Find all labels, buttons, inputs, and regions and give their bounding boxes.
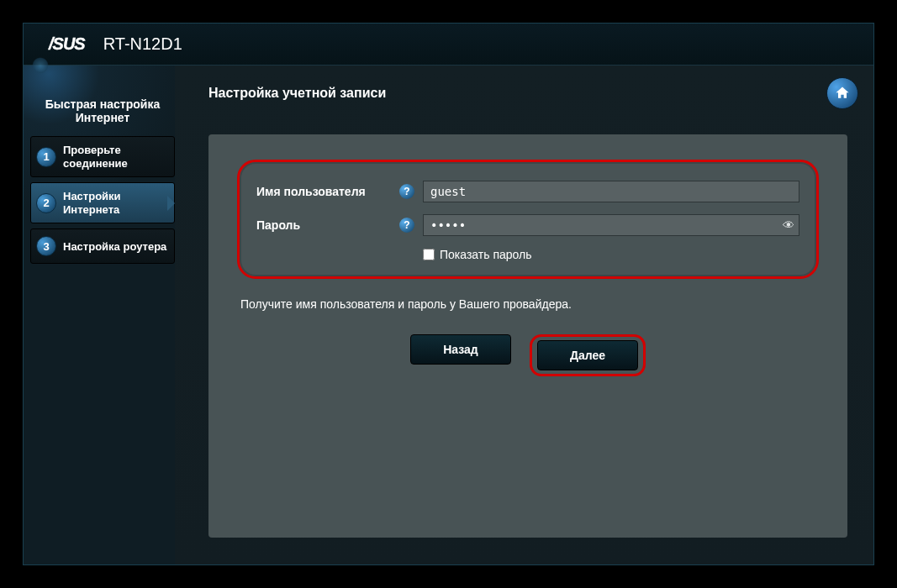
step-number-icon: 1 (36, 147, 56, 167)
model-name: RT-N12D1 (103, 34, 182, 54)
step-number-icon: 3 (36, 236, 56, 256)
provider-hint: Получите имя пользователя и пароль у Ваш… (240, 297, 819, 311)
back-button[interactable]: Назад (410, 334, 511, 365)
header: /SUS RT-N12D1 (24, 24, 873, 66)
help-icon[interactable]: ? (399, 218, 414, 233)
page-title: Настройка учетной записи (208, 86, 853, 101)
show-password-label: Показать пароль (440, 248, 532, 261)
brand-logo: /SUS (49, 34, 85, 54)
password-label: Пароль (256, 218, 399, 232)
help-icon[interactable]: ? (399, 184, 414, 199)
username-label: Имя пользователя (256, 185, 399, 198)
step-label: Настройки Интернета (63, 190, 169, 216)
content-panel: Имя пользователя ? Пароль ? 👁 (208, 134, 847, 538)
next-button-highlight: Далее (530, 334, 646, 376)
qis-title: Быстрая настройка Интернет (30, 92, 175, 136)
home-button[interactable] (826, 77, 858, 109)
password-input[interactable] (423, 214, 799, 236)
button-row: Назад Далее (237, 334, 819, 376)
username-input[interactable] (423, 181, 799, 202)
app-frame: /SUS RT-N12D1 Быстрая настройка Интернет… (23, 23, 874, 565)
step-2-internet-settings[interactable]: 2 Настройки Интернета (30, 182, 175, 223)
step-label: Проверьте соединение (63, 144, 169, 170)
next-button[interactable]: Далее (537, 340, 638, 370)
step-3-router-setup[interactable]: 3 Настройка роутера (30, 228, 175, 264)
sidebar: Быстрая настройка Интернет 1 Проверьте с… (24, 66, 175, 564)
home-icon (834, 85, 851, 102)
step-label: Настройка роутера (63, 240, 166, 254)
show-password-checkbox[interactable] (423, 249, 435, 260)
step-number-icon: 2 (36, 193, 56, 213)
credentials-form-highlight: Имя пользователя ? Пароль ? 👁 (237, 160, 819, 279)
show-password-eye-icon[interactable]: 👁 (783, 218, 794, 232)
main-area: Настройка учетной записи Имя пользовател… (175, 66, 873, 564)
step-1-check-connection[interactable]: 1 Проверьте соединение (30, 136, 175, 177)
